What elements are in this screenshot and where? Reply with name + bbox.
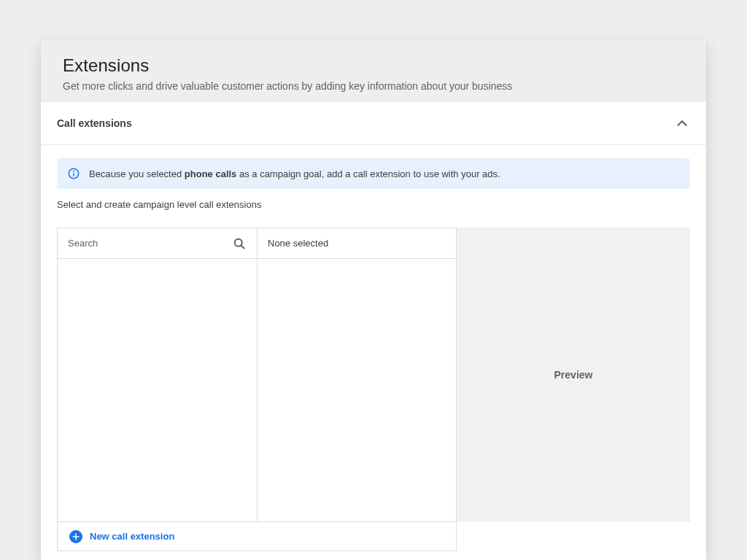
new-call-extension-button[interactable]: New call extension <box>57 522 457 551</box>
svg-line-4 <box>241 245 244 248</box>
none-selected-label: None selected <box>268 238 328 249</box>
info-text: Because you selected phone calls as a ca… <box>89 168 500 179</box>
available-column <box>57 228 257 522</box>
chevron-up-icon[interactable] <box>674 115 690 131</box>
info-icon <box>67 167 80 180</box>
instruction-text: Select and create campaign level call ex… <box>57 199 690 210</box>
info-text-post: as a campaign goal, add a call extension… <box>236 168 500 179</box>
svg-point-2 <box>73 171 74 172</box>
page-title: Extensions <box>63 55 687 76</box>
selected-column: None selected <box>257 228 457 522</box>
search-header <box>58 228 257 259</box>
plus-circle-icon <box>69 530 82 543</box>
search-icon[interactable] <box>232 236 247 251</box>
extensions-panel: Extensions Get more clicks and drive val… <box>41 39 706 560</box>
new-call-extension-label: New call extension <box>90 531 174 542</box>
info-banner: Because you selected phone calls as a ca… <box>57 158 690 189</box>
selected-list <box>258 259 456 521</box>
search-input[interactable] <box>68 238 232 249</box>
section-title: Call extensions <box>57 117 132 129</box>
available-list <box>58 259 257 521</box>
selection-grid: None selected Preview <box>57 228 690 522</box>
info-text-bold: phone calls <box>185 168 237 179</box>
section-body: Because you selected phone calls as a ca… <box>41 145 706 557</box>
preview-label: Preview <box>554 369 593 381</box>
section-header-call-extensions[interactable]: Call extensions <box>41 102 706 145</box>
page-subtitle: Get more clicks and drive valuable custo… <box>63 80 687 92</box>
preview-column: Preview <box>457 228 690 522</box>
info-text-pre: Because you selected <box>89 168 185 179</box>
panel-header: Extensions Get more clicks and drive val… <box>41 39 706 102</box>
selected-header: None selected <box>258 228 456 259</box>
